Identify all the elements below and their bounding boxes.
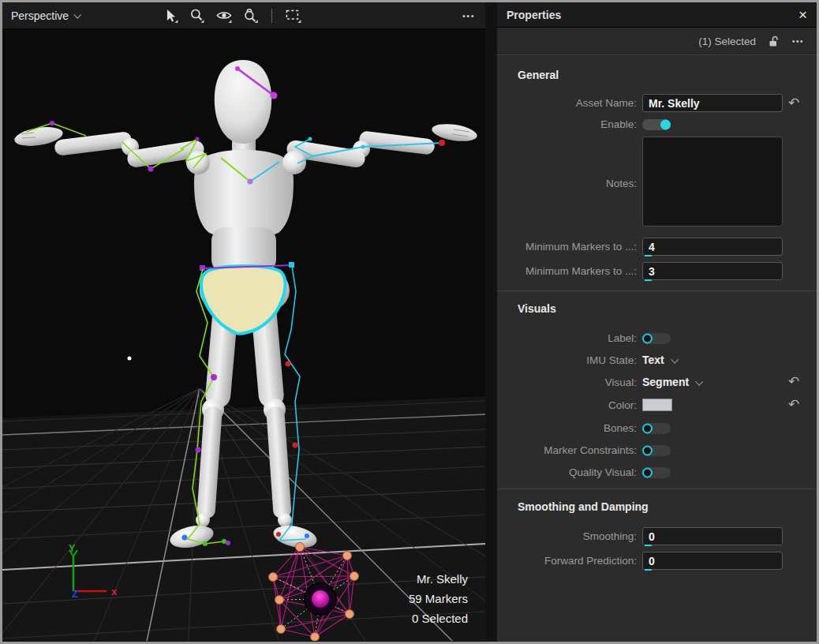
- selection-header: (1) Selected •••: [497, 28, 817, 55]
- smoothing-input[interactable]: [642, 527, 783, 545]
- motive-window: Perspective: [0, 0, 819, 644]
- visual-value: Segment: [642, 376, 689, 388]
- properties-body: General Asset Name: ↶ Enable: Notes:: [497, 55, 817, 642]
- enable-toggle[interactable]: [642, 119, 671, 130]
- bones-label: Bones:: [500, 422, 637, 434]
- reset-color-icon[interactable]: ↶: [788, 397, 799, 412]
- color-swatch[interactable]: [642, 399, 672, 411]
- chevron-down-icon: [695, 377, 703, 385]
- visibility-eye-icon[interactable]: [215, 8, 233, 24]
- notes-field[interactable]: [642, 137, 783, 227]
- color-label: Color:: [500, 399, 637, 411]
- panel-title-text: Properties: [507, 9, 561, 21]
- gizmo-y-label: Y: [69, 542, 76, 554]
- section-visuals: Visuals Label: IMU State: Text Visual:: [497, 290, 817, 478]
- notes-label: Notes:: [500, 178, 637, 189]
- label-toggle[interactable]: [642, 333, 671, 344]
- pane-splitter[interactable]: [485, 2, 497, 642]
- gizmo-z-label: Z: [72, 588, 78, 600]
- label-toggle-label: Label:: [500, 332, 637, 344]
- properties-titlebar: Properties ×: [497, 2, 817, 28]
- general-header: General: [497, 58, 817, 83]
- min-markers-boot-label: Minimum Markers to ...:: [500, 241, 637, 253]
- camera-mode-label: Perspective: [11, 9, 69, 22]
- unlock-icon[interactable]: [769, 36, 780, 47]
- stray-marker-dot[interactable]: [128, 357, 132, 361]
- min-markers-track-label: Minimum Markers to ...:: [500, 265, 637, 277]
- imu-state-dropdown[interactable]: Text: [642, 354, 783, 366]
- viewport-3d[interactable]: Y x Z Mr. Skelly 59 Markers 0 Selected: [2, 29, 485, 642]
- reset-visual-icon[interactable]: ↶: [788, 374, 799, 389]
- reset-asset-name-icon[interactable]: ↶: [788, 95, 799, 110]
- smoothing-header: Smoothing and Damping: [497, 489, 817, 515]
- visuals-header: Visuals: [497, 291, 817, 316]
- close-icon[interactable]: ×: [798, 7, 807, 22]
- selected-count-badge: (1) Selected: [698, 36, 756, 47]
- marquee-select-icon[interactable]: [285, 8, 302, 24]
- quality-visual-toggle[interactable]: [642, 467, 671, 478]
- smoothing-label: Smoothing:: [500, 530, 637, 542]
- properties-panel: Properties × (1) Selected ••• General As…: [497, 2, 817, 642]
- toolbar-divider: [271, 9, 272, 23]
- section-general: General Asset Name: ↶ Enable: Notes:: [497, 58, 817, 280]
- zoom-icon[interactable]: [189, 8, 205, 24]
- imu-state-label: IMU State:: [500, 354, 637, 366]
- zoom-lock-icon[interactable]: [243, 8, 259, 24]
- asset-name-input[interactable]: [642, 94, 783, 112]
- marker-constraints-toggle[interactable]: [642, 445, 671, 456]
- visual-dropdown[interactable]: Segment: [642, 376, 783, 388]
- camera-mode-dropdown[interactable]: Perspective: [2, 9, 80, 22]
- asset-name-label: Asset Name:: [500, 97, 637, 109]
- gizmo-x-label: x: [111, 586, 118, 597]
- status-marker-count: 59 Markers: [409, 592, 468, 605]
- viewport-pane: Perspective: [2, 2, 485, 642]
- enable-label: Enable:: [500, 118, 637, 130]
- section-smoothing: Smoothing and Damping Smoothing: Forward…: [497, 489, 817, 570]
- forward-prediction-input[interactable]: [642, 552, 783, 570]
- visual-label: Visual:: [500, 376, 637, 388]
- imu-state-value: Text: [642, 354, 664, 366]
- status-selected-count: 0 Selected: [412, 612, 468, 625]
- min-markers-boot-input[interactable]: [642, 238, 783, 256]
- marker-constraints-label: Marker Constraints:: [500, 444, 637, 456]
- quality-visual-label: Quality Visual:: [500, 466, 637, 478]
- min-markers-track-input[interactable]: [642, 262, 783, 280]
- bones-toggle[interactable]: [642, 423, 671, 434]
- chevron-down-icon: [671, 355, 679, 363]
- forward-prediction-label: Forward Prediction:: [500, 555, 637, 567]
- status-asset-name: Mr. Skelly: [417, 572, 469, 586]
- chevron-down-icon: [73, 11, 81, 19]
- select-cursor-icon[interactable]: [163, 8, 179, 24]
- viewport-menu-button[interactable]: •••: [462, 11, 485, 21]
- selection-status: Mr. Skelly 59 Markers 0 Selected: [409, 572, 469, 625]
- panel-menu-button[interactable]: •••: [792, 37, 804, 46]
- viewport-toolbar: Perspective: [2, 2, 485, 29]
